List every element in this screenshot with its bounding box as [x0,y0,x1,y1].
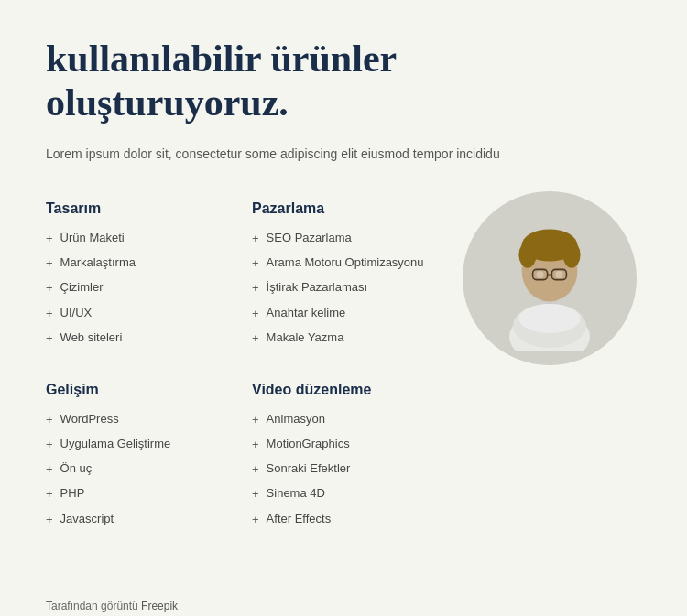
list-item: +Uygulama Geliştirme [46,436,234,453]
list-item: +UI/UX [46,305,234,322]
category-items-video: +Animasyon+MotionGraphics+Sonraki Efektl… [252,411,440,528]
list-item: +Ön uç [46,460,234,478]
plus-icon: + [46,486,53,503]
list-item-label: SEO Pazarlama [267,230,352,246]
category-items-gelisim: +WordPress+Uygulama Geliştirme+Ön uç+PHP… [46,411,234,528]
list-item: +SEO Pazarlama [252,230,440,247]
list-item: +Ürün Maketi [46,230,234,247]
list-item-label: PHP [60,485,85,502]
footer-text: Tarafından görüntü Freepik [46,600,458,612]
plus-icon: + [252,255,259,272]
category-tasarim: Tasarım+Ürün Maketi+Markalaştırma+Çiziml… [46,200,252,382]
list-item: +Makale Yazma [252,330,440,347]
subtitle: Lorem ipsum dolor sit, consectetur some … [46,144,641,164]
plus-icon: + [252,512,259,528]
svg-point-10 [555,271,562,278]
list-item-label: After Effects [267,511,332,527]
plus-icon: + [46,255,53,272]
freepik-link[interactable]: Freepik [141,600,178,612]
categories-grid: Tasarım+Ürün Maketi+Markalaştırma+Çiziml… [46,200,458,563]
left-content: Tasarım+Ürün Maketi+Markalaştırma+Çiziml… [46,200,458,612]
svg-point-5 [562,242,580,268]
category-items-tasarim: +Ürün Maketi+Markalaştırma+Çizimler+UI/U… [46,230,234,347]
list-item: +Anahtar kelime [252,305,440,322]
list-item: +İştirak Pazarlaması [252,279,440,297]
list-item-label: Arama Motoru Optimizasyonu [267,254,424,271]
list-item-label: Ön uç [60,460,93,477]
category-title-video: Video düzenleme [252,382,440,398]
list-item-label: Animasyon [267,411,325,427]
list-item: +PHP [46,485,234,503]
plus-icon: + [46,330,53,347]
svg-point-9 [537,271,544,278]
category-title-gelisim: Gelişim [46,382,234,398]
avatar [463,191,637,365]
plus-icon: + [46,437,53,453]
list-item: +Arama Motoru Optimizasyonu [252,254,440,272]
plus-icon: + [252,486,259,503]
plus-icon: + [46,512,53,528]
plus-icon: + [46,231,53,247]
list-item-label: Markalaştırma [60,254,136,271]
plus-icon: + [46,280,53,297]
list-item: +Javascript [46,511,234,528]
list-item-label: Web siteleri [60,330,123,346]
svg-point-4 [518,242,536,268]
list-item: +WordPress [46,411,234,428]
list-item-label: UI/UX [60,305,93,321]
list-item-label: Çizimler [60,279,104,296]
main-title: kullanılabilir ürünler oluşturuyoruz. [46,37,641,125]
list-item: +Web siteleri [46,330,234,347]
plus-icon: + [252,280,259,297]
profile-image-container [458,182,641,612]
svg-point-12 [518,304,580,333]
list-item-label: MotionGraphics [267,436,350,452]
list-item-label: Sinema 4D [267,485,325,502]
list-item-label: Sonraki Efektler [267,460,351,477]
plus-icon: + [46,412,53,428]
plus-icon: + [252,437,259,453]
list-item-label: Makale Yazma [267,330,344,346]
list-item: +Sinema 4D [252,485,440,503]
category-title-tasarim: Tasarım [46,200,234,217]
list-item-label: Javascript [60,511,114,527]
plus-icon: + [46,306,53,322]
category-gelisim: Gelişim+WordPress+Uygulama Geliştirme+Ön… [46,382,252,563]
category-pazarlama: Pazarlama+SEO Pazarlama+Arama Motoru Opt… [252,200,458,382]
content-area: Tasarım+Ürün Maketi+Markalaştırma+Çiziml… [46,200,641,612]
list-item: +Çizimler [46,279,234,297]
list-item: +MotionGraphics [252,436,440,453]
list-item: +Sonraki Efektler [252,460,440,478]
plus-icon: + [252,412,259,428]
category-items-pazarlama: +SEO Pazarlama+Arama Motoru Optimizasyon… [252,230,440,347]
list-item: +After Effects [252,511,440,528]
plus-icon: + [252,231,259,247]
list-item-label: Ürün Maketi [60,230,125,246]
list-item-label: Anahtar kelime [267,305,346,321]
list-item: +Markalaştırma [46,254,234,272]
list-item-label: Uygulama Geliştirme [60,436,171,452]
plus-icon: + [252,330,259,347]
plus-icon: + [252,306,259,322]
category-title-pazarlama: Pazarlama [252,200,440,217]
list-item-label: WordPress [60,411,119,427]
category-video: Video düzenleme+Animasyon+MotionGraphics… [252,382,458,563]
plus-icon: + [252,461,259,478]
plus-icon: + [46,461,53,478]
list-item: +Animasyon [252,411,440,428]
list-item-label: İştirak Pazarlaması [267,279,368,296]
